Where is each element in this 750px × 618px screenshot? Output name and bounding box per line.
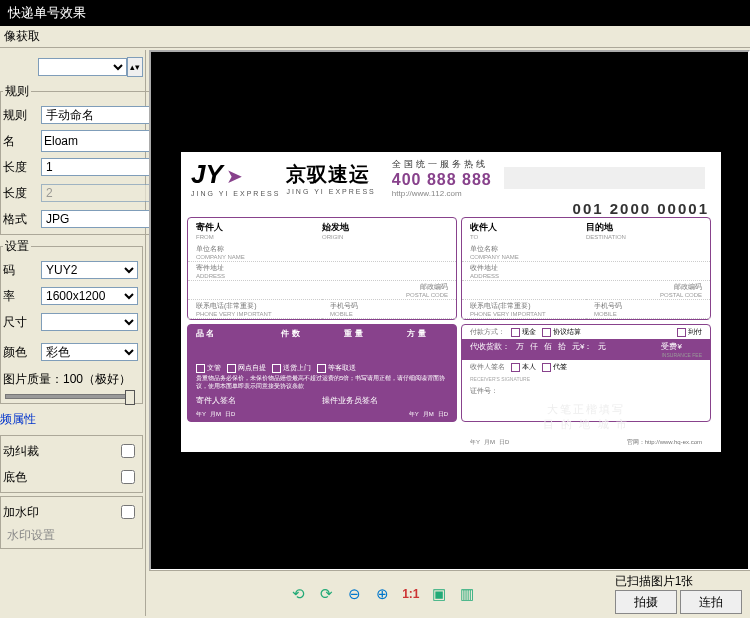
rate-select[interactable]: 1600x1200 xyxy=(41,287,138,305)
scan-count: 已扫描图片1张 xyxy=(615,573,736,590)
watermark-checkbox[interactable] xyxy=(121,505,135,519)
zoom-out-icon[interactable]: ⊖ xyxy=(344,583,366,605)
code-select[interactable]: YUY2 xyxy=(41,261,138,279)
zoom-in-icon[interactable]: ⊕ xyxy=(372,583,394,605)
fit-icon[interactable]: ▣ xyxy=(428,583,450,605)
side-panel: ▴▾ 规则 规则 手动命名 名 长度 1 ▴▾ 长度 2 ▴▾ 格式 JPG 设… xyxy=(0,50,146,616)
quality-label: 图片质量：100（极好） xyxy=(3,369,140,390)
continuous-button[interactable]: 连拍 xyxy=(680,590,742,614)
basecolor-checkbox[interactable] xyxy=(121,470,135,484)
quality-slider[interactable] xyxy=(5,394,132,399)
logo-arrow-icon: ➤ xyxy=(226,165,243,187)
rotate-right-icon[interactable]: ⟳ xyxy=(316,583,338,605)
blank-select[interactable] xyxy=(38,58,127,76)
zoom-actual-icon[interactable]: 1:1 xyxy=(400,583,422,605)
awb-number: 001 2000 00001 xyxy=(573,200,709,217)
barcode-placeholder xyxy=(504,167,705,189)
rotate-left-icon[interactable]: ⟲ xyxy=(288,583,310,605)
adv-props-link[interactable]: 频属性 xyxy=(0,407,145,432)
waybill-document: JY ➤ JING YI EXPRESS 京驭速运 JING YI EXPRES… xyxy=(181,152,721,452)
size-select[interactable] xyxy=(41,313,138,331)
fit2-icon[interactable]: ▥ xyxy=(456,583,478,605)
menu-capture[interactable]: 像获取 xyxy=(0,26,750,48)
bottom-toolbar: ⟲ ⟳ ⊖ ⊕ 1:1 ▣ ▥ 已扫描图片1张 拍摄 连拍 xyxy=(149,570,750,616)
watermark-settings-link[interactable]: 水印设置 xyxy=(3,525,140,546)
preview-area: JY ➤ JING YI EXPRESS 京驭速运 JING YI EXPRES… xyxy=(149,50,750,571)
logo-text: JY xyxy=(191,159,223,189)
window-title: 快递单号效果 xyxy=(0,0,750,26)
shoot-button[interactable]: 拍摄 xyxy=(615,590,677,614)
settings-legend: 设置 xyxy=(3,238,31,255)
color-select[interactable]: 彩色 xyxy=(41,343,138,361)
rules-legend: 规则 xyxy=(3,83,31,100)
crop-checkbox[interactable] xyxy=(121,444,135,458)
stepper-arrow[interactable]: ▴▾ xyxy=(127,57,143,77)
